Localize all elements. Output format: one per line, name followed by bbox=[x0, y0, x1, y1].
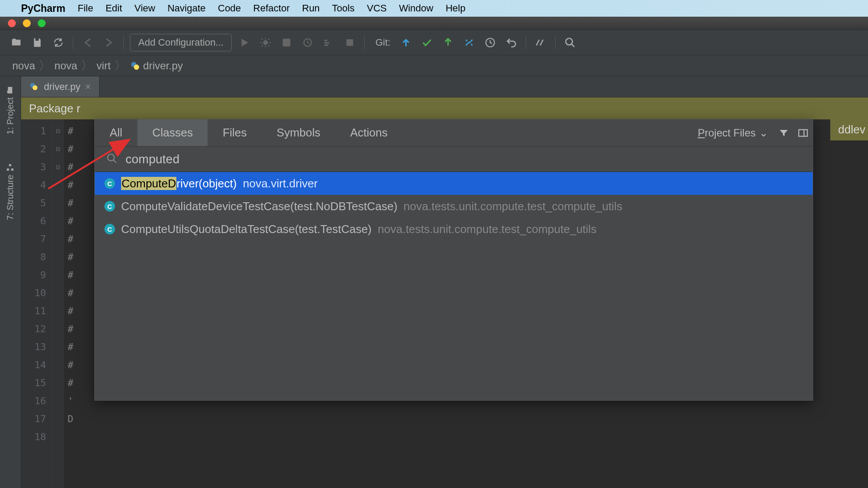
git-rollback-icon[interactable] bbox=[503, 34, 520, 51]
toolbar-separator bbox=[526, 36, 526, 49]
search-tab-symbols[interactable]: Symbols bbox=[262, 119, 335, 146]
search-result-row[interactable]: C ComputeUtilsQuotaDeltaTestCase(test.Te… bbox=[95, 218, 813, 240]
banner-text-right: ddlev bbox=[830, 118, 868, 140]
menu-file[interactable]: File bbox=[78, 3, 93, 14]
package-banner: Package r bbox=[21, 97, 868, 119]
line-number: 11 bbox=[21, 302, 46, 320]
minimize-window-button[interactable] bbox=[23, 19, 31, 27]
result-main-text: ComputeDriver(object) bbox=[121, 177, 237, 190]
search-everywhere-popup: All Classes Files Symbols Actions Projec… bbox=[94, 119, 813, 401]
breadcrumb-item[interactable]: driver.py bbox=[130, 60, 183, 72]
chevron-down-icon: ⌄ bbox=[759, 127, 768, 139]
app-name[interactable]: PyCharm bbox=[21, 3, 65, 14]
svg-rect-3 bbox=[325, 39, 328, 41]
search-input[interactable] bbox=[126, 152, 801, 166]
coverage-icon[interactable] bbox=[278, 34, 295, 51]
git-label: Git: bbox=[375, 37, 390, 48]
result-main-text: ComputeUtilsQuotaDeltaTestCase(test.Test… bbox=[121, 222, 372, 236]
search-tab-files[interactable]: Files bbox=[208, 119, 262, 146]
breadcrumb-file-label: driver.py bbox=[143, 60, 183, 72]
menu-view[interactable]: View bbox=[134, 3, 155, 14]
project-tool-tab[interactable]: 1: Project bbox=[4, 80, 17, 140]
banner-text-left: Package r bbox=[29, 102, 80, 115]
highlight-match: ComputeD bbox=[121, 177, 176, 190]
search-tab-classes[interactable]: Classes bbox=[137, 119, 208, 146]
menu-navigate[interactable]: Navigate bbox=[168, 3, 206, 14]
breadcrumb-item[interactable]: virt bbox=[97, 60, 111, 72]
menu-help[interactable]: Help bbox=[445, 3, 465, 14]
profile-icon[interactable] bbox=[299, 34, 316, 51]
search-scope-dropdown[interactable]: Project Files ⌄ bbox=[692, 119, 774, 146]
line-number: 3 bbox=[21, 158, 46, 176]
svg-point-8 bbox=[566, 38, 572, 45]
line-number: 13 bbox=[21, 338, 46, 356]
search-tab-actions[interactable]: Actions bbox=[335, 119, 402, 146]
line-number: 16 bbox=[21, 392, 46, 410]
maximize-window-button[interactable] bbox=[38, 19, 46, 27]
settings-icon[interactable] bbox=[532, 34, 549, 51]
toolbar-separator bbox=[555, 36, 556, 49]
git-history-icon[interactable] bbox=[482, 34, 499, 51]
result-main-text: ComputeValidateDeviceTestCase(test.NoDBT… bbox=[121, 200, 398, 213]
breadcrumb-item[interactable]: nova bbox=[12, 60, 35, 72]
run-icon[interactable] bbox=[236, 34, 253, 51]
structure-tab-label: 7: Structure bbox=[5, 175, 15, 220]
open-folder-icon[interactable] bbox=[8, 34, 25, 51]
search-input-row bbox=[95, 147, 813, 172]
gutter-fold-column: ⊟⊟⊟ bbox=[52, 119, 64, 488]
back-icon[interactable] bbox=[79, 34, 96, 51]
editor-tabs: driver.py ✕ bbox=[21, 76, 868, 97]
line-number: 10 bbox=[21, 284, 46, 302]
forward-icon[interactable] bbox=[100, 34, 117, 51]
search-result-row[interactable]: C ComputeValidateDeviceTestCase(test.NoD… bbox=[95, 195, 813, 218]
chevron-right-icon: 〉 bbox=[81, 57, 93, 74]
stop-icon[interactable] bbox=[341, 34, 358, 51]
search-tabs: All Classes Files Symbols Actions Projec… bbox=[95, 119, 813, 147]
structure-tool-tab[interactable]: 7: Structure bbox=[4, 157, 17, 225]
close-tab-icon[interactable]: ✕ bbox=[85, 82, 91, 92]
git-compare-icon[interactable] bbox=[461, 34, 477, 51]
svg-point-0 bbox=[263, 40, 268, 45]
folder-icon bbox=[6, 85, 15, 94]
filter-icon[interactable] bbox=[774, 119, 793, 146]
menu-tools[interactable]: Tools bbox=[332, 3, 355, 14]
menu-refactor[interactable]: Refactor bbox=[253, 3, 290, 14]
line-number: 7 bbox=[21, 230, 46, 248]
line-number: 2 bbox=[21, 140, 46, 158]
git-commit-icon[interactable] bbox=[419, 34, 435, 51]
line-number: 17 bbox=[21, 410, 46, 428]
svg-rect-4 bbox=[325, 42, 330, 43]
svg-point-10 bbox=[134, 65, 139, 70]
window-titlebar bbox=[0, 17, 868, 30]
search-icon[interactable] bbox=[562, 34, 578, 51]
editor-tab-driver[interactable]: driver.py ✕ bbox=[21, 76, 100, 97]
project-tab-label: 1: Project bbox=[5, 97, 15, 134]
debug-icon[interactable] bbox=[257, 34, 274, 51]
close-window-button[interactable] bbox=[8, 19, 16, 27]
result-path: nova.tests.unit.compute.test_compute_uti… bbox=[378, 222, 597, 236]
concurrency-icon[interactable] bbox=[320, 34, 337, 51]
add-configuration-button[interactable]: Add Configuration... bbox=[130, 34, 232, 51]
menu-code[interactable]: Code bbox=[218, 3, 241, 14]
svg-rect-12 bbox=[11, 169, 14, 171]
line-number: 18 bbox=[21, 428, 46, 446]
search-result-row[interactable]: C ComputeDriver(object) nova.virt.driver bbox=[95, 172, 813, 195]
toolbar-separator bbox=[123, 36, 124, 49]
menu-vcs[interactable]: VCS bbox=[367, 3, 387, 14]
search-tab-all[interactable]: All bbox=[95, 119, 137, 146]
left-tool-tabs: 1: Project 7: Structure bbox=[0, 76, 21, 488]
breadcrumb-item[interactable]: nova bbox=[54, 60, 77, 72]
line-number: 15 bbox=[21, 374, 46, 392]
line-number: 1 bbox=[21, 122, 46, 140]
menu-run[interactable]: Run bbox=[302, 3, 319, 14]
line-number: 8 bbox=[21, 248, 46, 266]
save-icon[interactable] bbox=[29, 34, 46, 51]
git-push-icon[interactable] bbox=[440, 34, 456, 51]
class-icon: C bbox=[104, 224, 115, 234]
git-pull-icon[interactable] bbox=[398, 34, 414, 51]
menu-edit[interactable]: Edit bbox=[105, 3, 122, 14]
menu-window[interactable]: Window bbox=[399, 3, 433, 14]
svg-rect-1 bbox=[283, 39, 291, 46]
refresh-icon[interactable] bbox=[50, 34, 67, 51]
preview-toggle-icon[interactable] bbox=[793, 119, 813, 146]
